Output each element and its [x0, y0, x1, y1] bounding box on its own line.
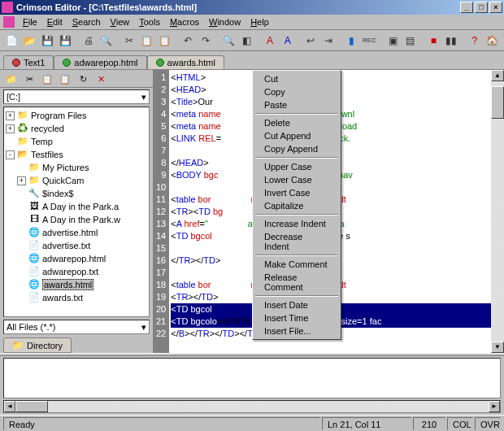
- tree-item[interactable]: +📁QuickCam: [4, 174, 149, 187]
- ctx-paste[interactable]: Paste: [254, 98, 339, 111]
- home-button[interactable]: 🏠: [484, 32, 501, 50]
- find-button[interactable]: 🔍: [220, 32, 237, 50]
- menu-view[interactable]: View: [106, 16, 135, 28]
- side-cut-button[interactable]: ✂: [21, 72, 37, 86]
- side-delete-button[interactable]: ✕: [93, 72, 109, 86]
- open-button[interactable]: 📂: [21, 32, 38, 50]
- vertical-scrollbar[interactable]: ▲ ▼: [491, 70, 504, 353]
- tree-label: advertise.txt: [42, 241, 90, 250]
- maximize-button[interactable]: □: [475, 2, 488, 13]
- tree-item[interactable]: 🌐awards.html: [4, 278, 149, 291]
- tree-item[interactable]: 🖼A Day in the Park.a: [4, 200, 149, 213]
- tool-b-button[interactable]: A: [279, 32, 296, 50]
- scroll-up-icon[interactable]: ▲: [491, 70, 504, 81]
- ctx-copy[interactable]: Copy: [254, 85, 339, 98]
- tree-item[interactable]: -📂Testfiles: [4, 148, 149, 161]
- help-button[interactable]: ?: [466, 32, 483, 50]
- toggle-button[interactable]: ◧: [238, 32, 255, 50]
- menu-edit[interactable]: Edit: [42, 16, 67, 28]
- stop-button[interactable]: ■: [425, 32, 442, 50]
- panel-button[interactable]: ▤: [402, 32, 419, 50]
- ctx-cut-append[interactable]: Cut Append: [254, 129, 339, 142]
- menu-search[interactable]: Search: [67, 16, 106, 28]
- scroll-right-icon[interactable]: ►: [489, 401, 500, 412]
- ctx-copy-append[interactable]: Copy Append: [254, 142, 339, 155]
- side-paste-button[interactable]: 📋: [57, 72, 73, 86]
- doc-tab[interactable]: Text1: [3, 55, 54, 69]
- expand-icon[interactable]: -: [6, 150, 15, 159]
- menu-help[interactable]: Help: [245, 16, 274, 28]
- tree-item[interactable]: 🌐advertise.html: [4, 226, 149, 239]
- undo-button[interactable]: ↶: [180, 32, 197, 50]
- menu-macros[interactable]: Macros: [165, 16, 204, 28]
- save-button[interactable]: 💾: [39, 32, 56, 50]
- tree-item[interactable]: 📁Temp: [4, 135, 149, 148]
- side-refresh-button[interactable]: ↻: [75, 72, 91, 86]
- scroll-left-icon[interactable]: ◄: [4, 401, 15, 412]
- side-home-button[interactable]: 📁: [3, 72, 20, 86]
- copy-button[interactable]: 📋: [138, 32, 155, 50]
- tree-item[interactable]: 📄awards.txt: [4, 291, 149, 304]
- ctx-invert-case[interactable]: Invert Case: [254, 186, 339, 199]
- tree-item[interactable]: 🔧$index$: [4, 187, 149, 200]
- ctx-capitalize[interactable]: Capitalize: [254, 199, 339, 212]
- bookmark-button[interactable]: ▮: [343, 32, 360, 50]
- minimize-button[interactable]: _: [460, 2, 473, 13]
- scroll-thumb-h[interactable]: [15, 401, 48, 412]
- ctx-delete[interactable]: Delete: [254, 116, 339, 129]
- tree-item[interactable]: 📁My Pictures: [4, 161, 149, 174]
- rec-button[interactable]: REC: [361, 32, 378, 50]
- tool-a-button[interactable]: A: [261, 32, 278, 50]
- expand-icon[interactable]: +: [6, 111, 15, 120]
- ctx-insert-date[interactable]: Insert Date: [254, 298, 339, 311]
- code-editor[interactable]: 12345678910111213141516171819202122 <HTM…: [154, 70, 504, 353]
- doc-tab[interactable]: awards.html: [147, 55, 224, 70]
- pause-button[interactable]: ▮▮: [443, 32, 460, 50]
- scroll-thumb[interactable]: [491, 86, 504, 119]
- print-button[interactable]: 🖨: [80, 32, 97, 50]
- tree-item[interactable]: +♻️recycled: [4, 122, 149, 135]
- new-button[interactable]: 📄: [3, 32, 20, 50]
- paste-button[interactable]: 📋: [156, 32, 173, 50]
- preview-button[interactable]: 🔍: [98, 32, 115, 50]
- expand-icon[interactable]: +: [6, 124, 15, 133]
- tree-item[interactable]: 📄adwarepop.txt: [4, 265, 149, 278]
- ctx-upper-case[interactable]: Upper Case: [254, 160, 339, 173]
- ctx-cut[interactable]: Cut: [254, 72, 339, 85]
- ctx-lower-case[interactable]: Lower Case: [254, 173, 339, 186]
- doc-tab[interactable]: adwarepop.html: [54, 55, 146, 69]
- menu-file[interactable]: File: [18, 16, 42, 28]
- ctx-insert-time[interactable]: Insert Time: [254, 311, 339, 324]
- tree-item[interactable]: 📄advertise.txt: [4, 239, 149, 252]
- ctx-release-comment[interactable]: Release Comment: [254, 271, 339, 294]
- tree-item[interactable]: 🌐adwarepop.html: [4, 252, 149, 265]
- cut-button[interactable]: ✂: [120, 32, 137, 50]
- ctx-insert-file-[interactable]: Insert File...: [254, 324, 339, 337]
- ctx-make-comment[interactable]: Make Comment: [254, 258, 339, 271]
- ctx-increase-indent[interactable]: Increase Indent: [254, 217, 339, 230]
- redo-button[interactable]: ↷: [198, 32, 215, 50]
- drive-selector[interactable]: [C:]▾: [3, 89, 150, 104]
- file-filter[interactable]: All Files (*.*)▾: [3, 320, 150, 334]
- window-buttons: _ □ ×: [460, 2, 502, 13]
- indent-button[interactable]: ⇥: [320, 32, 337, 50]
- close-button[interactable]: ×: [489, 2, 502, 13]
- window-button[interactable]: ▣: [385, 32, 402, 50]
- tab-directory[interactable]: 📁Directory: [3, 337, 72, 353]
- tree-item[interactable]: +📁Program Files: [4, 109, 149, 122]
- output-pane[interactable]: [3, 358, 501, 398]
- file-tree[interactable]: +📁Program Files+♻️recycled📁Temp-📂Testfil…: [3, 107, 150, 317]
- menu-tools[interactable]: Tools: [134, 16, 165, 28]
- file-icon: 📄: [28, 240, 40, 251]
- side-copy-button[interactable]: 📋: [39, 72, 55, 86]
- save-all-button[interactable]: 💾: [57, 32, 74, 50]
- splitter[interactable]: [0, 353, 504, 356]
- menu-window[interactable]: Window: [204, 16, 245, 28]
- scroll-down-icon[interactable]: ▼: [491, 342, 504, 353]
- ctx-decrease-indent[interactable]: Decrease Indent: [254, 230, 339, 253]
- tab-dot-icon: [156, 59, 164, 67]
- expand-icon[interactable]: +: [17, 176, 26, 185]
- wrap-button[interactable]: ↩: [302, 32, 319, 50]
- output-scrollbar[interactable]: ◄ ►: [3, 400, 501, 413]
- tree-item[interactable]: 🎞A Day in the Park.w: [4, 213, 149, 226]
